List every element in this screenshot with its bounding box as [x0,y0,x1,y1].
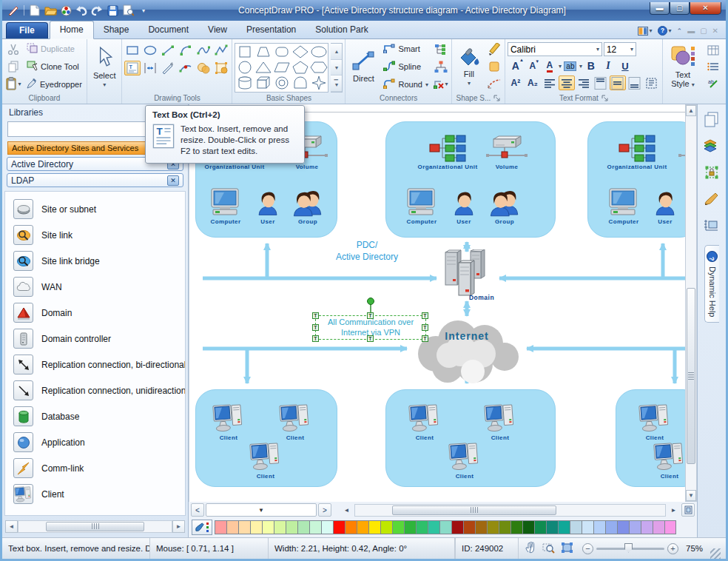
tree-connector-icon[interactable] [433,42,449,57]
duplicate-button[interactable]: Duplicate [24,42,84,56]
group-shapes-icon[interactable] [213,61,229,75]
palette-brush-icon[interactable] [192,520,212,535]
valign-bottom-icon[interactable] [627,75,643,90]
shape-parallelogram-icon[interactable] [272,59,291,75]
color-swatch[interactable] [558,520,570,534]
shrink-font-button[interactable]: A▼ [525,58,541,73]
color-swatch[interactable] [404,520,416,534]
delete-connector-icon[interactable]: ▾ [433,76,449,91]
selection-handle[interactable]: T [312,324,319,331]
color-swatch[interactable] [321,520,333,534]
shape-client[interactable]: Client [624,400,685,441]
selection-handle[interactable]: T [312,312,319,319]
close-icon[interactable]: ✕ [167,175,179,186]
lock-icon[interactable] [702,164,721,181]
color-swatch[interactable] [487,520,499,534]
tab-shape[interactable]: Shape [94,21,139,38]
library-item-comm-link[interactable]: Comm-link [5,455,185,481]
app-pencil-icon[interactable] [7,4,20,17]
site-box-bottom-left[interactable]: Client Client Client [195,389,337,487]
shape-volume[interactable]: Volume [668,130,685,170]
save-icon[interactable] [106,4,119,17]
font-name-combo[interactable]: Calibri▾ [508,42,602,56]
library-item-domain[interactable]: Domain [5,300,185,326]
help-icon[interactable]: ?▾ [658,26,672,36]
library-item-replication-connection-unidireactional[interactable]: Replication connection, unidireactional [5,377,185,403]
color-swatch[interactable] [510,520,522,534]
shape-four-point-star-icon[interactable] [309,75,328,90]
color-swatch[interactable] [226,520,238,534]
shape-circle-icon[interactable] [235,59,254,75]
fit-selection-icon[interactable] [561,542,573,555]
selection-handle[interactable]: T [367,312,374,319]
boolean-ops-icon[interactable] [195,61,212,75]
shape-client[interactable]: Client [198,400,260,441]
new-document-icon[interactable] [28,4,41,17]
smart-connector-button[interactable]: Smart [381,42,430,56]
color-swatch[interactable] [357,520,368,534]
shape-group[interactable]: Group [473,184,536,225]
library-group-header[interactable]: Active Directory Sites and Services [7,141,155,155]
extra-tool-spelling-icon[interactable]: ab [705,75,721,90]
library-item-site-link-bridge[interactable]: Site link bridge [5,248,185,274]
shape-cube-icon[interactable] [254,75,272,90]
grow-font-button[interactable]: A▲ [508,58,524,73]
italic-button[interactable]: I [600,58,616,73]
site-box-top-middle[interactable]: Organizational Unit Volume Computer User… [385,121,556,238]
shape-trapezoid-icon[interactable] [254,44,272,59]
library-item-replication-connection-bi-directional[interactable]: Replication connection, bi-directional [5,352,185,377]
color-swatch[interactable] [534,520,546,534]
library-search-input[interactable] [8,124,166,135]
align-right-icon[interactable] [576,75,592,90]
next-page-button[interactable]: > [318,503,331,517]
color-swatch[interactable] [475,520,487,534]
site-box-bottom-right[interactable]: Client Client [616,389,685,487]
cut-icon[interactable] [5,42,21,57]
shapes-scroll-down-icon[interactable]: ▼ [331,60,342,76]
library-item-site-link[interactable]: Site link [5,222,185,248]
bold-button[interactable]: B [583,58,599,73]
eyedropper-button[interactable]: Eyedropper [24,78,84,91]
shape-client[interactable]: Client [264,400,326,441]
polyline-tool-icon[interactable] [213,43,229,58]
text-flow-icon[interactable] [644,75,660,90]
zoom-slider[interactable] [596,548,664,550]
text-style-button[interactable]: Text Style ▾ [665,41,701,93]
scroll-left-icon[interactable]: ◄ [340,504,353,517]
dynamic-help-tab[interactable]: ? Dynamic Help [704,245,719,323]
edit-nodes-icon[interactable] [178,61,194,75]
line-color-pencil-icon[interactable] [486,42,502,57]
highlight-button[interactable]: ab [562,58,579,73]
format-brush-icon[interactable] [702,190,721,208]
selection-handle[interactable]: T [367,335,374,342]
shape-client[interactable]: Client [394,400,456,441]
zoom-slider-thumb[interactable] [624,543,633,553]
color-swatch[interactable] [641,520,653,534]
shape-pentagon-icon[interactable] [291,59,309,75]
tab-document[interactable]: Document [138,21,198,38]
shape-diamond-icon[interactable] [291,44,309,59]
distribute-tool-icon[interactable] [142,61,158,75]
minimize-button[interactable]: ▬ [650,2,670,15]
zoom-out-button[interactable]: − [582,543,593,554]
shape-arch-icon[interactable] [291,75,309,90]
shape-user[interactable]: User [634,184,685,225]
zoom-in-button[interactable]: + [667,543,678,554]
canvas-vertical-scrollbar[interactable]: ▲ ▼ [685,104,697,502]
fit-page-button[interactable] [681,503,695,517]
color-swatch[interactable] [368,520,380,534]
undo-icon[interactable] [75,4,88,17]
pages-icon[interactable] [702,110,721,128]
pan-hand-icon[interactable] [525,542,536,555]
print-preview-icon[interactable] [121,4,135,17]
scroll-right-icon[interactable]: ► [172,520,185,533]
rectangle-tool-icon[interactable] [124,43,141,58]
bezier-tool-icon[interactable] [195,43,212,58]
color-swatch[interactable] [499,520,510,534]
shape-group[interactable]: Group [277,184,339,225]
shape-hexagon-icon[interactable] [309,59,328,75]
shape-donut-icon[interactable] [272,75,291,90]
scroll-right-icon[interactable]: ► [667,504,680,517]
page-selector-dropdown[interactable]: ▼ [206,503,317,517]
tab-home[interactable]: Home [50,21,94,39]
